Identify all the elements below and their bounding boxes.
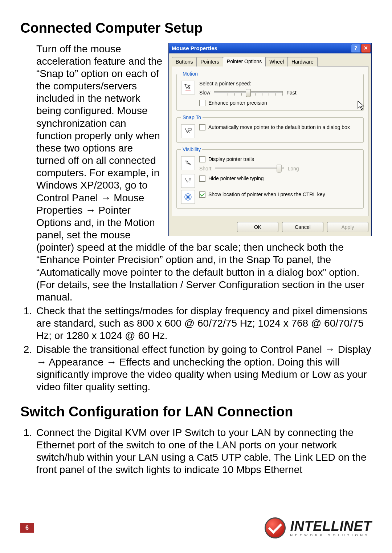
- manual-page: Connected Computer Setup Mouse Propertie…: [0, 0, 392, 553]
- cancel-button[interactable]: Cancel: [282, 222, 323, 232]
- brand-name: INTELLINET: [290, 519, 372, 533]
- svg-rect-0: [188, 128, 191, 130]
- dialog-titlebar: Mouse Properties ? ✕: [169, 43, 371, 53]
- pointer-trails-icon: [181, 156, 195, 170]
- enhance-precision-checkbox[interactable]: [199, 100, 205, 106]
- pointer-speed-icon: [181, 81, 195, 94]
- switch-config-steps: Connect the Digital KVM over IP Switch t…: [20, 427, 372, 476]
- motion-legend: Motion: [181, 71, 199, 77]
- long-label: Long: [287, 166, 299, 172]
- snap-to-group: Snap To Automatically move pointer to th…: [176, 114, 364, 143]
- ok-button[interactable]: OK: [237, 222, 278, 232]
- mouse-properties-dialog: Mouse Properties ? ✕ Buttons Pointers Po…: [168, 43, 372, 237]
- step-3: Disable the transitional effect function…: [35, 343, 372, 393]
- close-icon[interactable]: ✕: [361, 44, 371, 53]
- enhance-precision-label: Enhance pointer precision: [208, 100, 267, 106]
- visibility-legend: Visibility: [181, 146, 202, 153]
- svg-point-2: [186, 195, 190, 199]
- pointer-trails-label: Display pointer trails: [208, 156, 254, 162]
- pointer-trails-checkbox[interactable]: [199, 156, 205, 162]
- svg-point-3: [187, 196, 189, 198]
- step-1: Mouse Properties ? ✕ Buttons Pointers Po…: [35, 43, 372, 303]
- dialog-title: Mouse Properties: [172, 45, 350, 52]
- hide-pointer-checkbox[interactable]: [199, 175, 205, 182]
- fast-label: Fast: [286, 90, 296, 96]
- snap-to-legend: Snap To: [181, 114, 203, 121]
- connected-setup-steps: Mouse Properties ? ✕ Buttons Pointers Po…: [20, 43, 372, 393]
- pointer-speed-label: Select a pointer speed:: [199, 81, 359, 87]
- visibility-group: Visibility: [176, 146, 364, 209]
- snap-to-checkbox[interactable]: [199, 124, 205, 130]
- heading-switch-config: Switch Configuration for LAN Connection: [20, 404, 372, 420]
- heading-connected-setup: Connected Computer Setup: [20, 20, 372, 36]
- step-2: Check that the settings/modes for displa…: [35, 305, 372, 342]
- tab-pointer-options[interactable]: Pointer Options: [223, 57, 266, 66]
- ctrl-locate-label: Show location of pointer when I press th…: [208, 191, 325, 198]
- tab-wheel[interactable]: Wheel: [265, 57, 288, 66]
- ctrl-locate-icon: [181, 190, 195, 204]
- mouse-properties-dialog-figure: Mouse Properties ? ✕ Buttons Pointers Po…: [168, 43, 372, 237]
- tab-pointers[interactable]: Pointers: [196, 57, 223, 66]
- motion-group: Motion Select a pointer speed: Slow: [176, 71, 364, 111]
- snap-to-icon: [181, 124, 195, 138]
- apply-button: Apply: [327, 222, 368, 232]
- ctrl-locate-checkbox[interactable]: [199, 191, 205, 198]
- dialog-tabs: Buttons Pointers Pointer Options Wheel H…: [172, 56, 368, 66]
- svg-point-1: [185, 194, 191, 200]
- lan-step-1-text: Connect the Digital KVM over IP Switch t…: [36, 427, 366, 475]
- brand-logo: INTELLINET NETWORK SOLUTIONS: [265, 517, 372, 538]
- short-label: Short: [199, 166, 211, 172]
- dialog-button-row: OK Cancel Apply: [169, 219, 371, 236]
- tab-buttons[interactable]: Buttons: [172, 57, 197, 66]
- slow-label: Slow: [199, 90, 210, 96]
- page-number: 6: [20, 523, 34, 533]
- brand-subtitle: NETWORK SOLUTIONS: [290, 534, 372, 537]
- snap-to-label: Automatically move pointer to the defaul…: [208, 124, 350, 130]
- lan-step-1: Connect the Digital KVM over IP Switch t…: [35, 427, 372, 476]
- pointer-trails-slider: [215, 165, 284, 172]
- hide-pointer-icon: [181, 174, 195, 188]
- brand-check-icon: [265, 517, 286, 538]
- dialog-body: Motion Select a pointer speed: Slow: [172, 66, 368, 216]
- tab-hardware[interactable]: Hardware: [287, 57, 318, 66]
- page-footer: 6 INTELLINET NETWORK SOLUTIONS: [20, 517, 372, 538]
- help-icon[interactable]: ?: [351, 44, 360, 53]
- step-3-text: Disable the transitional effect function…: [36, 344, 371, 392]
- hide-pointer-label: Hide pointer while typing: [208, 175, 264, 182]
- step-2-text: Check that the settings/modes for displa…: [36, 305, 367, 341]
- pointer-speed-slider[interactable]: [214, 90, 283, 96]
